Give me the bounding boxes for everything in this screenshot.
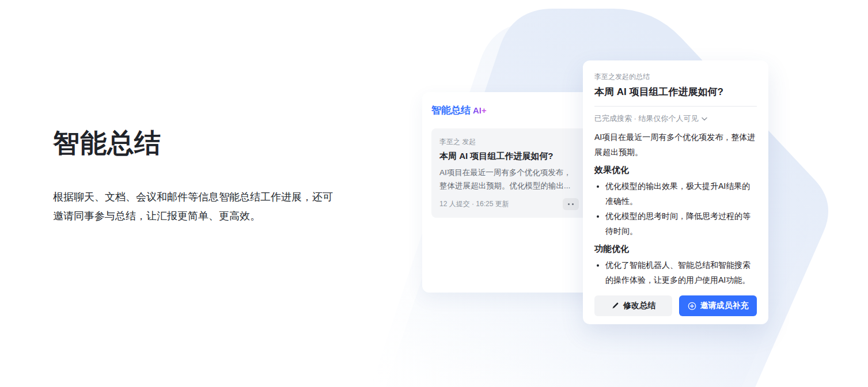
summary-detail-card: 李至之发起的总结 本周 AI 项目组工作进展如何? 已完成搜索 · 结果仅你个人… bbox=[583, 60, 768, 324]
invite-members-button[interactable]: 邀请成员补充 bbox=[679, 295, 757, 316]
bullet: 优化模型的思考时间，降低思考过程的等待时间。 bbox=[605, 208, 757, 238]
bullet: 优化模型的输出效果，极大提升AI结果的准确性。 bbox=[605, 179, 757, 208]
status-text: 已完成搜索 · 结果仅你个人可见 bbox=[594, 113, 699, 124]
item-preview: AI项目在最近一周有多个优化项发布，整体进展超出预期。优化模型的输出... bbox=[439, 166, 579, 192]
pencil-icon bbox=[611, 302, 619, 310]
edit-summary-button[interactable]: 修改总结 bbox=[594, 295, 672, 316]
detail-summary: AI项目在最近一周有多个优化项发布，整体进展超出预期。 bbox=[594, 130, 757, 160]
hero-section: 智能总结 根据聊天、文档、会议和邮件等信息智能总结工作进展，还可邀请同事参与总结… bbox=[53, 126, 341, 226]
invite-members-label: 邀请成员补充 bbox=[700, 301, 749, 311]
divider bbox=[594, 106, 757, 107]
detail-subtitle: 李至之发起的总结 bbox=[594, 72, 757, 82]
page-title: 智能总结 bbox=[53, 126, 341, 161]
item-title: 本周 AI 项目组工作进展如何? bbox=[439, 151, 579, 162]
chevron-down-icon bbox=[702, 117, 707, 121]
status-row[interactable]: 已完成搜索 · 结果仅你个人可见 bbox=[594, 113, 757, 124]
detail-title: 本周 AI 项目组工作进展如何? bbox=[594, 85, 757, 98]
section-bullets: 优化了智能机器人、智能总结和智能搜索的操作体验，让更多的用户使用AI功能。 bbox=[594, 257, 757, 287]
edit-summary-label: 修改总结 bbox=[623, 301, 655, 311]
summary-card-header: 智能总结 AI+ bbox=[431, 104, 587, 117]
more-dots-icon[interactable] bbox=[563, 198, 579, 210]
section-bullets: 优化模型的输出效果，极大提升AI结果的准确性。 优化模型的思考时间，降低思考过程… bbox=[594, 179, 757, 238]
ai-plus-badge: AI+ bbox=[473, 105, 487, 115]
plus-circle-icon bbox=[688, 302, 696, 310]
section-heading: 功能优化 bbox=[594, 244, 757, 255]
detail-actions: 修改总结 邀请成员补充 bbox=[594, 295, 757, 316]
summary-list-card: 智能总结 AI+ 李至之 发起 本周 AI 项目组工作进展如何? AI项目在最近… bbox=[422, 92, 596, 293]
section-heading: 效果优化 bbox=[594, 165, 757, 176]
item-meta: 12 人提交 · 16:25 更新 bbox=[439, 199, 509, 209]
item-author: 李至之 发起 bbox=[439, 137, 579, 147]
bullet: 优化了智能机器人、智能总结和智能搜索的操作体验，让更多的用户使用AI功能。 bbox=[605, 257, 757, 287]
summary-list-item[interactable]: 李至之 发起 本周 AI 项目组工作进展如何? AI项目在最近一周有多个优化项发… bbox=[431, 128, 587, 218]
item-footer: 12 人提交 · 16:25 更新 bbox=[439, 198, 579, 210]
app-title: 智能总结 bbox=[431, 104, 471, 117]
page-description: 根据聊天、文档、会议和邮件等信息智能总结工作进展，还可邀请同事参与总结，让汇报更… bbox=[53, 188, 336, 226]
